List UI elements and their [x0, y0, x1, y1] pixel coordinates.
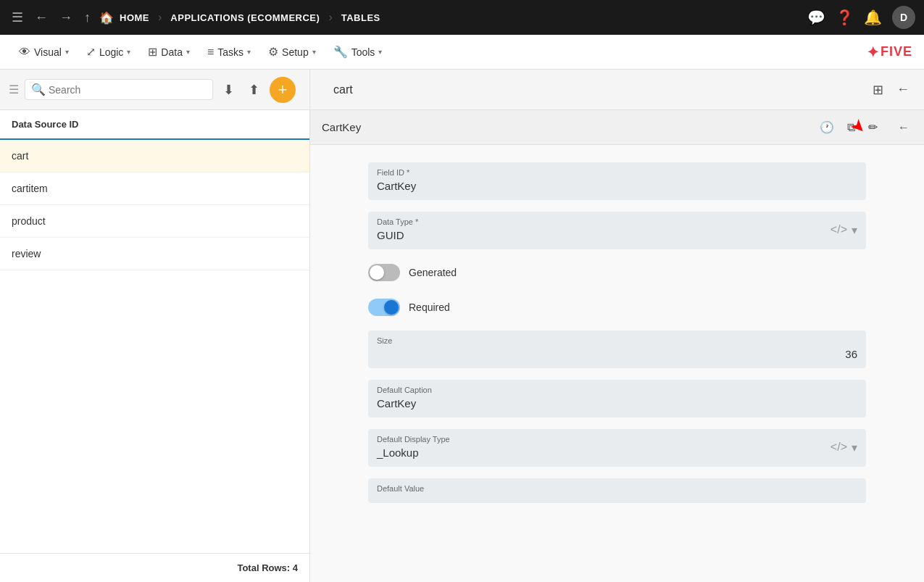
tools-chevron: ▾	[378, 48, 382, 56]
default-display-chevron-icon[interactable]: ▾	[852, 441, 857, 454]
required-toggle-knob	[384, 300, 399, 315]
menu-items: 👁 Visual ▾ ⤢ Logic ▾ ⊞ Data ▾ ≡ Tasks ▾ …	[12, 41, 389, 63]
search-wrap: 🔍	[25, 79, 213, 100]
five-logo-icon: ✦	[867, 43, 879, 61]
sidebar-list: cart cartitem product review	[0, 140, 309, 553]
menu-setup[interactable]: ⚙ Setup ▾	[261, 41, 323, 63]
setup-icon: ⚙	[268, 45, 278, 59]
sidebar-header: Data Source ID	[0, 110, 309, 140]
breadcrumb-app[interactable]: APPLICATIONS (ECOMMERCE)	[170, 12, 320, 23]
filter-icon[interactable]: ☰	[9, 83, 19, 96]
size-value: 36	[845, 348, 857, 360]
required-toggle[interactable]	[368, 299, 400, 316]
data-type-value: GUID	[377, 229, 404, 241]
default-value-label: Default Value	[377, 484, 857, 493]
data-chevron: ▾	[186, 48, 190, 56]
content-toolbar: CartKey 🕐 ⧉ ✏ ➤ ←	[310, 110, 924, 145]
logic-chevron: ▾	[127, 48, 130, 56]
history-button[interactable]: 🕐	[817, 117, 837, 137]
generated-row: Generated	[368, 261, 866, 284]
sidebar-toolbar: ☰ 🔍 ⬇ ⬆ +	[0, 70, 310, 109]
required-label: Required	[409, 302, 450, 313]
menu-logic[interactable]: ⤢ Logic ▾	[79, 41, 138, 63]
add-button[interactable]: +	[270, 77, 296, 103]
sidebar-item-cartitem[interactable]: cartitem	[0, 172, 309, 205]
data-type-label: Data Type *	[377, 217, 418, 226]
data-type-icons: </> ▾	[831, 223, 857, 237]
breadcrumb-home[interactable]: HOME	[120, 12, 149, 23]
top-navigation: ☰ ← → ↑ 🏠 HOME › APPLICATIONS (ECOMMERCE…	[0, 0, 924, 35]
generated-toggle-knob	[370, 265, 384, 280]
five-logo: ✦ FIVE	[867, 43, 912, 61]
data-type-field: Data Type * GUID </> ▾	[368, 212, 866, 249]
grid-view-button[interactable]: ⊞	[870, 79, 886, 101]
help-icon[interactable]: ❓	[836, 9, 854, 26]
form-area: Field ID * CartKey Data Type * GUID </> …	[310, 145, 924, 582]
field-id-label: Field ID *	[377, 168, 857, 177]
sidebar-item-review[interactable]: review	[0, 238, 309, 270]
back-record-button[interactable]: ←	[895, 118, 912, 137]
generated-label: Generated	[409, 267, 457, 278]
data-type-content: Data Type * GUID	[377, 217, 418, 242]
size-field: Size 36	[368, 331, 866, 368]
search-icon: 🔍	[31, 83, 46, 96]
breadcrumb-tables[interactable]: TABLES	[341, 12, 380, 23]
content-actions: 🕐 ⧉ ✏ ➤ ←	[817, 117, 912, 137]
default-caption-label: Default Caption	[377, 386, 857, 394]
tasks-chevron: ▾	[247, 48, 251, 56]
visual-icon: 👁	[19, 46, 30, 59]
content-top-actions: ⊞ ←	[870, 79, 912, 101]
cart-title: cart	[322, 83, 870, 96]
logic-icon: ⤢	[86, 45, 96, 59]
required-row: Required	[368, 296, 866, 319]
field-id-field: Field ID * CartKey	[368, 162, 866, 200]
default-display-type-icons: </> ▾	[831, 441, 857, 454]
content-record-title: CartKey	[322, 121, 817, 133]
sidebar-item-product[interactable]: product	[0, 205, 309, 238]
up-icon[interactable]: ↑	[81, 7, 93, 28]
sidebar-footer: Total Rows: 4	[0, 553, 309, 582]
search-input[interactable]	[49, 84, 207, 96]
toolbar-row: ☰ 🔍 ⬇ ⬆ + cart ⊞ ←	[0, 70, 924, 110]
menu-tasks[interactable]: ≡ Tasks ▾	[200, 41, 258, 63]
upload-button[interactable]: ⬆	[244, 78, 264, 102]
visual-chevron: ▾	[65, 48, 69, 56]
content-toolbar-title-area: cart ⊞ ←	[310, 70, 924, 109]
default-display-type-field: Default Display Type _Lookup </> ▾	[368, 429, 866, 467]
menu-tools[interactable]: 🔧 Tools ▾	[326, 41, 390, 63]
menu-data[interactable]: ⊞ Data ▾	[141, 41, 197, 63]
back-content-button[interactable]: ←	[894, 79, 912, 100]
menu-bar: 👁 Visual ▾ ⤢ Logic ▾ ⊞ Data ▾ ≡ Tasks ▾ …	[0, 35, 924, 70]
generated-toggle[interactable]	[368, 264, 400, 281]
back-icon[interactable]: ←	[32, 7, 51, 28]
home-icon: 🏠	[99, 11, 114, 25]
forward-icon[interactable]: →	[57, 7, 75, 28]
setup-chevron: ▾	[312, 48, 316, 56]
field-id-value: CartKey	[377, 180, 416, 192]
tools-icon: 🔧	[333, 45, 348, 59]
data-type-chevron-icon[interactable]: ▾	[852, 223, 857, 237]
sidebar-item-cart[interactable]: cart	[0, 140, 309, 172]
breadcrumb: 🏠 HOME › APPLICATIONS (ECOMMERCE) › TABL…	[99, 11, 802, 25]
chat-icon[interactable]: 💬	[807, 9, 825, 26]
default-caption-value: CartKey	[377, 397, 416, 410]
default-display-type-label: Default Display Type	[377, 435, 450, 444]
data-type-code-icon[interactable]: </>	[831, 223, 847, 236]
menu-icon[interactable]: ☰	[9, 7, 26, 28]
default-display-code-icon[interactable]: </>	[831, 441, 847, 454]
download-button[interactable]: ⬇	[219, 78, 238, 102]
menu-visual[interactable]: 👁 Visual ▾	[12, 41, 76, 63]
tasks-icon: ≡	[207, 46, 214, 59]
avatar[interactable]: D	[892, 6, 915, 29]
notifications-icon[interactable]: 🔔	[864, 9, 882, 26]
default-caption-field: Default Caption CartKey	[368, 380, 866, 417]
top-nav-right: 💬 ❓ 🔔 D	[807, 6, 915, 29]
data-icon: ⊞	[148, 45, 157, 59]
default-value-field: Default Value	[368, 478, 866, 503]
main-layout: Data Source ID cart cartitem product rev…	[0, 110, 924, 582]
sidebar: Data Source ID cart cartitem product rev…	[0, 110, 310, 582]
default-display-type-value: _Lookup	[377, 446, 419, 459]
content-area: CartKey 🕐 ⧉ ✏ ➤ ← Field ID * CartKey	[310, 110, 924, 582]
default-display-type-content: Default Display Type _Lookup	[377, 435, 450, 460]
size-label: Size	[377, 336, 857, 345]
